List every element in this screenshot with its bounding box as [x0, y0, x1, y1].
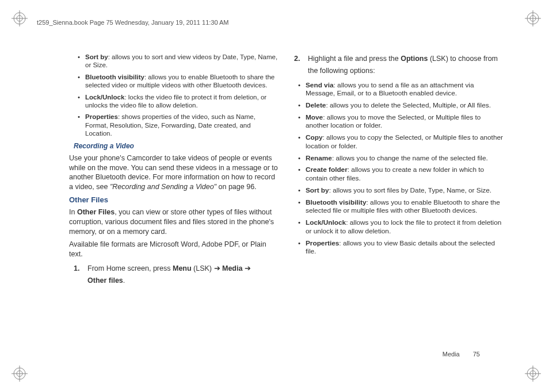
text: In [69, 208, 77, 216]
list-item-desc: : allows you to sort and view videos by … [85, 53, 277, 68]
footer-section: Media [443, 351, 460, 358]
text-bold: Options [401, 55, 428, 63]
list-item-term: Create folder [306, 166, 348, 174]
list-item-desc: : allows you to copy the Selected, or Mu… [306, 133, 503, 150]
list-item-term: Lock/Unlock [306, 218, 346, 226]
right-column: 2. Highlight a file and press the Option… [294, 53, 504, 287]
text-italic: "Recording and Sending a Video" [110, 183, 216, 191]
list-item: Properties: allows you to view Basic det… [306, 239, 504, 256]
text: (LSK) [192, 264, 214, 272]
list-item: Lock/Unlock: allows you to lock the file… [306, 218, 504, 235]
text-bold: Other files [87, 276, 123, 285]
list-item: Bluetooth visibility: allows you to enab… [85, 73, 279, 90]
step-text: From Home screen, press Menu (LSK) ➔ Med… [87, 263, 279, 287]
list-item: Bluetooth visibility: allows you to enab… [306, 198, 504, 215]
list-item-term: Properties [306, 239, 339, 247]
list-item: Delete: allows you to delete the Selecte… [306, 101, 504, 110]
subheading-recording: Recording a Video [74, 142, 279, 151]
other-files-paragraph-1: In Other Files, you can view or store ot… [69, 207, 279, 237]
list-item: Rename: allows you to change the name of… [306, 154, 504, 163]
list-item: Move: allows you to move the Selected, o… [306, 113, 504, 130]
text: . [123, 276, 125, 285]
list-item-term: Sort by [306, 186, 329, 194]
list-item-term: Move [306, 113, 323, 121]
list-item-term: Sort by [85, 53, 108, 60]
crop-mark-icon [525, 10, 541, 26]
recording-paragraph: Use your phone's Camcorder to take video… [69, 153, 279, 193]
step-text: Highlight a file and press the Options (… [308, 53, 504, 78]
crop-mark-icon [12, 10, 28, 26]
list-item: Copy: allows you to copy the Selected, o… [306, 133, 504, 150]
list-item-desc: : allows you to change the name of the s… [332, 154, 488, 162]
other-files-paragraph-2: Available file formats are Microsoft Wor… [69, 240, 279, 259]
page-footer: Media 75 [443, 351, 480, 358]
text-bold: Menu [173, 264, 192, 272]
list-item-term: Properties [85, 113, 118, 120]
list-item-desc: : allows you to sort files by Date, Type… [329, 186, 491, 194]
arrow-icon: ➔ [214, 264, 220, 272]
list-item: Lock/Unlock: locks the video file to pro… [85, 93, 279, 110]
text: From Home screen, press [87, 264, 173, 272]
book-header: t259_Sienna.book Page 75 Wednesday, Janu… [37, 19, 229, 26]
list-item-term: Send via [306, 81, 334, 89]
list-item-term: Lock/Unlock [85, 94, 124, 101]
step-1: 1. From Home screen, press Menu (LSK) ➔ … [74, 263, 279, 287]
crop-mark-icon [525, 366, 541, 382]
footer-page-number: 75 [473, 351, 480, 358]
list-item-term: Copy [306, 133, 323, 141]
text: on page 96. [216, 183, 257, 191]
section-other-files: Other Files [69, 195, 279, 205]
list-item: Sort by: allows you to sort files by Dat… [306, 186, 504, 195]
left-column: Sort by: allows you to sort and view vid… [69, 53, 279, 287]
list-item-term: Bluetooth visibility [306, 198, 367, 206]
text-bold: Media [220, 264, 245, 272]
step-2: 2. Highlight a file and press the Option… [294, 53, 504, 78]
list-item-term: Rename [306, 154, 332, 162]
list-item-desc: : allows you to move the Selected, or Mu… [306, 113, 481, 130]
list-item-desc: : allows you to delete the Selected, Mul… [326, 101, 491, 109]
page-body: Sort by: allows you to sort and view vid… [69, 53, 504, 287]
file-options-list: Send via: allows you to send a file as a… [294, 81, 504, 256]
arrow-icon: ➔ [245, 264, 251, 272]
crop-mark-icon [12, 366, 28, 382]
step-number: 2. [294, 53, 308, 78]
list-item: Create folder: allows you to create a ne… [306, 166, 504, 182]
step-number: 1. [74, 263, 87, 287]
list-item-term: Delete [306, 101, 326, 109]
list-item: Properties: shows properties of the vide… [85, 113, 279, 137]
text: Highlight a file and press the [308, 55, 401, 63]
list-item: Send via: allows you to send a file as a… [306, 81, 504, 98]
video-options-list: Sort by: allows you to sort and view vid… [69, 53, 279, 137]
list-item-term: Bluetooth visibility [85, 74, 144, 80]
list-item: Sort by: allows you to sort and view vid… [85, 53, 279, 70]
text-bold: Other Files [77, 208, 115, 216]
